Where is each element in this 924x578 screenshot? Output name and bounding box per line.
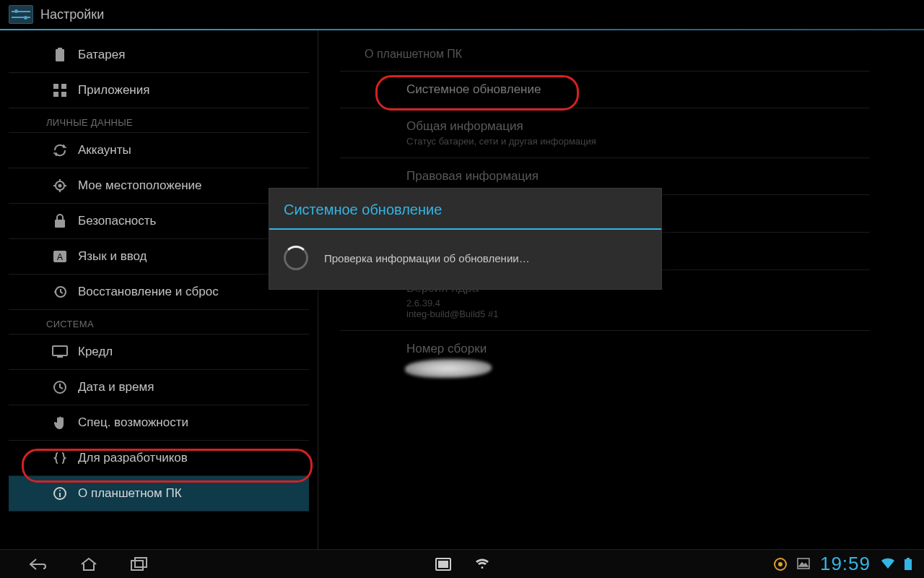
sidebar-label: Спец. возможности — [78, 415, 188, 430]
dialog-body: Проверка информации об обновлении… — [269, 230, 661, 289]
sidebar-section-system: СИСТЕМА — [9, 310, 309, 335]
restore-icon — [52, 284, 68, 300]
content-header: О планшетном ПК — [340, 38, 870, 72]
sidebar-item-location[interactable]: Мое местоположение — [9, 168, 309, 204]
dialog-title: Системное обновление — [269, 189, 661, 228]
display-icon — [52, 344, 68, 360]
content-item-system-update[interactable]: Системное обновление — [340, 72, 870, 108]
progress-spinner-icon — [284, 246, 308, 270]
svg-rect-4 — [53, 92, 58, 97]
home-button[interactable] — [77, 555, 101, 574]
sidebar-label: Аккаунты — [78, 143, 131, 158]
battery-icon — [52, 47, 68, 63]
settings-app-icon — [9, 5, 33, 24]
sidebar-item-about[interactable]: О планшетном ПК — [9, 476, 309, 512]
sidebar-item-apps[interactable]: Приложения — [9, 73, 309, 108]
hand-icon — [52, 415, 68, 431]
wifi-toggle-button[interactable] — [470, 555, 494, 574]
svg-point-22 — [778, 562, 783, 566]
dialog-message: Проверка информации об обновлении… — [324, 252, 530, 264]
sidebar-item-accounts[interactable]: Аккаунты — [9, 133, 309, 168]
svg-rect-12 — [53, 346, 67, 355]
svg-rect-5 — [61, 92, 66, 97]
sidebar-item-backup[interactable]: Восстановление и сброс — [9, 275, 309, 310]
recent-apps-button[interactable] — [127, 555, 152, 574]
svg-rect-0 — [56, 49, 64, 61]
app-title: Настройки — [40, 7, 104, 22]
content-item-build[interactable]: Номер сборки — [340, 331, 870, 389]
screen: Настройки Батарея Приложения ЛИЧНЫЕ ДАНН… — [0, 0, 924, 578]
battery-status-icon[interactable] — [904, 558, 917, 571]
content-item-subtitle: 2.6.39.4 integ-build@Build5 #1 — [406, 298, 870, 319]
content-item-subtitle: Статус батареи, сети и другая информация — [406, 136, 870, 147]
sidebar-label: Дата и время — [78, 380, 154, 394]
sidebar-label: О планшетном ПК — [78, 486, 182, 501]
back-button[interactable] — [26, 555, 51, 574]
svg-rect-3 — [61, 84, 66, 89]
sidebar-label: Мое местоположение — [78, 178, 202, 193]
redacted-build-number — [405, 359, 492, 378]
system-navbar: 19:59 — [0, 549, 924, 578]
svg-rect-17 — [131, 561, 143, 570]
sidebar-item-cradle[interactable]: Кредл — [9, 335, 309, 370]
svg-rect-18 — [135, 558, 147, 567]
titlebar: Настройки — [0, 0, 924, 29]
svg-rect-2 — [53, 84, 58, 89]
svg-rect-13 — [57, 356, 63, 358]
svg-point-16 — [59, 490, 61, 491]
sidebar-item-security[interactable]: Безопасность — [9, 204, 309, 239]
settings-sidebar: Батарея Приложения ЛИЧНЫЕ ДАННЫЕ Аккаунт… — [0, 30, 318, 549]
sidebar-label: Восстановление и сброс — [78, 285, 219, 299]
sync-icon — [52, 142, 68, 158]
svg-rect-8 — [55, 220, 65, 228]
location-icon — [52, 178, 68, 194]
content-item-title: Общая информация — [406, 119, 870, 134]
sidebar-item-accessibility[interactable]: Спец. возможности — [9, 405, 309, 441]
screenshot-button[interactable] — [431, 555, 456, 574]
notification-icon[interactable] — [774, 558, 787, 571]
wifi-status-icon[interactable] — [881, 558, 894, 571]
image-status-icon[interactable] — [797, 558, 810, 571]
svg-text:A: A — [57, 252, 63, 262]
info-icon — [52, 486, 68, 501]
svg-rect-25 — [907, 558, 910, 560]
sidebar-section-personal: ЛИЧНЫЕ ДАННЫЕ — [9, 108, 309, 133]
system-update-dialog: Системное обновление Проверка информации… — [269, 188, 662, 290]
status-clock[interactable]: 19:59 — [820, 553, 871, 575]
content-item-title: Номер сборки — [406, 342, 870, 356]
sidebar-label: Кредл — [78, 345, 113, 359]
svg-rect-20 — [439, 561, 448, 567]
clock-icon — [52, 379, 68, 395]
sidebar-item-language[interactable]: A Язык и ввод — [9, 239, 309, 275]
sidebar-label: Язык и ввод — [78, 249, 147, 264]
sidebar-label: Безопасность — [78, 214, 156, 228]
content-item-title: Правовая информация — [406, 169, 870, 184]
sidebar-label: Для разработчиков — [78, 451, 188, 465]
svg-rect-1 — [58, 48, 62, 50]
sidebar-item-datetime[interactable]: Дата и время — [9, 370, 309, 405]
sidebar-label: Батарея — [78, 48, 125, 62]
lock-icon — [52, 213, 68, 229]
content-item-status[interactable]: Общая информация Статус батареи, сети и … — [340, 108, 870, 158]
svg-point-7 — [58, 184, 62, 188]
sidebar-item-battery[interactable]: Батарея — [9, 38, 309, 73]
main-area: Батарея Приложения ЛИЧНЫЕ ДАННЫЕ Аккаунт… — [0, 30, 924, 549]
content-pane: О планшетном ПК Системное обновление Общ… — [318, 30, 870, 549]
sidebar-label: Приложения — [78, 83, 149, 98]
language-icon: A — [52, 249, 68, 264]
svg-rect-24 — [905, 559, 912, 570]
content-item-title: Системное обновление — [406, 82, 870, 97]
apps-icon — [52, 82, 68, 98]
sidebar-item-developer[interactable]: Для разработчиков — [9, 441, 309, 476]
braces-icon — [52, 450, 68, 466]
